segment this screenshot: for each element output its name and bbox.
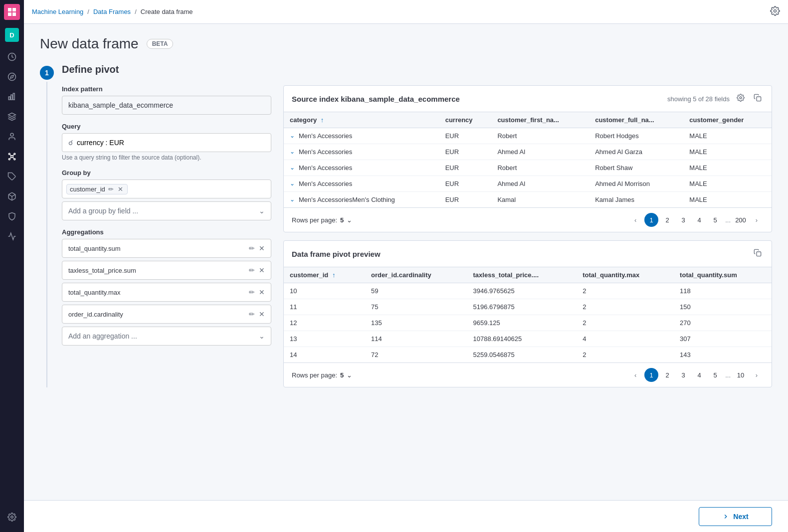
pivot-table-copy-button[interactable]: [752, 248, 764, 260]
nav-icon-settings[interactable]: [3, 508, 21, 526]
source-page-2[interactable]: 2: [660, 213, 674, 227]
agg-tag-2-text: total_quantity.max: [68, 289, 121, 296]
group-by-edit-button[interactable]: ✏: [107, 185, 115, 193]
source-page-ellipsis: ...: [724, 216, 732, 224]
source-prev-page[interactable]: ‹: [628, 213, 642, 227]
chevron-down-icon: ⌄: [259, 207, 265, 215]
nav-icon-clock[interactable]: [3, 48, 21, 66]
svg-marker-2: [10, 75, 13, 78]
pivot-cell-customerid-0: 10: [284, 283, 365, 299]
nav-icon-package[interactable]: [3, 187, 21, 205]
agg-tag-1-edit[interactable]: ✏: [249, 266, 255, 274]
query-input[interactable]: [77, 139, 265, 147]
query-input-wrapper[interactable]: ☌: [62, 133, 271, 152]
source-col-full-name[interactable]: customer_full_na...: [589, 112, 683, 128]
source-cell-gender-0: MALE: [683, 128, 772, 144]
agg-tag-0-remove[interactable]: ✕: [259, 244, 265, 252]
pivot-cell-qtysum-2: 270: [674, 315, 772, 331]
source-expand-btn-0[interactable]: ⌄: [290, 132, 297, 139]
agg-tag-1-actions: ✏ ✕: [249, 266, 265, 274]
source-expand-btn-3[interactable]: ⌄: [290, 180, 297, 187]
pivot-table-row: 10 59 3946.9765625 2 118: [284, 283, 772, 299]
pivot-col-price[interactable]: taxless_total_price....: [467, 267, 577, 283]
index-pattern-value: kibana_sample_data_ecommerce: [62, 96, 271, 115]
pivot-col-customer-id[interactable]: customer_id ↑: [284, 267, 365, 283]
group-by-add-field[interactable]: Add a group by field ... ⌄: [62, 201, 271, 220]
group-by-remove-button[interactable]: ✕: [117, 185, 124, 193]
nav-icon-activity[interactable]: [3, 227, 21, 245]
pivot-prev-page[interactable]: ‹: [628, 368, 642, 382]
source-col-first-name[interactable]: customer_first_na...: [491, 112, 589, 128]
source-table-copy-button[interactable]: [752, 93, 764, 105]
source-page-4[interactable]: 4: [692, 213, 706, 227]
pivot-col-qty-max[interactable]: total_quantity.max: [577, 267, 674, 283]
pivot-next-page[interactable]: ›: [750, 368, 764, 382]
source-table-row: ⌄ Men's AccessoriesMen's Clothing EUR Ka…: [284, 192, 772, 208]
source-cell-firstname-3: Ahmed Al: [491, 176, 589, 192]
source-expand-btn-1[interactable]: ⌄: [290, 148, 297, 155]
agg-tag-0-edit[interactable]: ✏: [249, 244, 255, 252]
nav-icon-layers[interactable]: [3, 108, 21, 126]
nav-icon-compass[interactable]: [3, 68, 21, 86]
source-page-3[interactable]: 3: [676, 213, 690, 227]
source-cell-currency-3: EUR: [439, 176, 492, 192]
source-next-page[interactable]: ›: [750, 213, 764, 227]
pivot-page-5[interactable]: 5: [708, 368, 722, 382]
pivot-col-cardinality[interactable]: order_id.cardinality: [365, 267, 467, 283]
settings-icon[interactable]: [770, 6, 780, 16]
pivot-page-3[interactable]: 3: [676, 368, 690, 382]
agg-tag-2-edit[interactable]: ✏: [249, 288, 255, 296]
pivot-col-qty-sum[interactable]: total_quantity.sum: [674, 267, 772, 283]
source-cell-firstname-1: Ahmed Al: [491, 144, 589, 160]
source-expand-btn-2[interactable]: ⌄: [290, 164, 297, 171]
next-button[interactable]: Next: [699, 507, 772, 526]
add-aggregation-placeholder: Add an aggregation ...: [68, 332, 137, 340]
breadcrumb-ml[interactable]: Machine Learning: [32, 8, 83, 15]
source-table-settings-button[interactable]: [735, 93, 747, 105]
source-page-nav: ‹ 1 2 3 4 5 ... 200 ›: [628, 213, 764, 227]
svg-point-10: [14, 153, 15, 155]
svg-rect-22: [757, 97, 761, 101]
agg-tag-2: total_quantity.max ✏ ✕: [62, 283, 271, 302]
svg-line-13: [10, 155, 11, 156]
source-table-showing: showing 5 of 28 fields: [667, 95, 730, 103]
nav-icon-ml[interactable]: [3, 148, 21, 166]
agg-tag-1-remove[interactable]: ✕: [259, 266, 265, 274]
pivot-page-4[interactable]: 4: [692, 368, 706, 382]
source-col-category[interactable]: category ↑: [284, 112, 439, 128]
source-page-5[interactable]: 5: [708, 213, 722, 227]
pivot-table-row: 14 72 5259.0546875 2 143: [284, 347, 772, 363]
nav-icon-shield[interactable]: [3, 207, 21, 225]
group-by-field[interactable]: customer_id ✏ ✕: [62, 179, 271, 198]
group-by-label: Group by: [62, 169, 271, 177]
pivot-cell-qtymax-4: 2: [577, 347, 674, 363]
add-aggregation-field[interactable]: Add an aggregation ... ⌄: [62, 327, 271, 346]
breadcrumb-dataframes[interactable]: Data Frames: [93, 8, 131, 15]
source-col-currency[interactable]: currency: [439, 112, 492, 128]
source-page-1[interactable]: 1: [644, 213, 658, 227]
top-bar: Machine Learning / Data Frames / Create …: [24, 0, 788, 24]
chevron-down-agg-icon: ⌄: [259, 332, 265, 340]
pivot-page-1[interactable]: 1: [644, 368, 658, 382]
nav-icon-person[interactable]: [3, 128, 21, 146]
query-hint: Use a query string to filter the source …: [62, 154, 271, 161]
pivot-page-2[interactable]: 2: [660, 368, 674, 382]
breadcrumb-sep-1: /: [87, 8, 89, 15]
source-col-gender[interactable]: customer_gender: [683, 112, 772, 128]
pivot-page-10[interactable]: 10: [734, 368, 748, 382]
nav-icon-chart[interactable]: [3, 88, 21, 106]
agg-tag-2-remove[interactable]: ✕: [259, 288, 265, 296]
pivot-cell-cardinality-1: 75: [365, 299, 467, 315]
agg-tag-3: order_id.cardinality ✏ ✕: [62, 305, 271, 324]
index-pattern-label: Index pattern: [62, 85, 271, 93]
nav-icon-tag[interactable]: [3, 168, 21, 185]
pivot-cell-cardinality-4: 72: [365, 347, 467, 363]
agg-tag-3-edit[interactable]: ✏: [249, 310, 255, 318]
source-expand-btn-4[interactable]: ⌄: [290, 196, 297, 203]
index-pattern-group: Index pattern kibana_sample_data_ecommer…: [62, 85, 271, 115]
pivot-rows-per-page[interactable]: Rows per page: 5 ⌄: [292, 371, 352, 379]
source-rows-per-page[interactable]: Rows per page: 5 ⌄: [292, 216, 352, 224]
user-avatar[interactable]: D: [5, 28, 19, 42]
source-page-200[interactable]: 200: [734, 213, 748, 227]
agg-tag-3-remove[interactable]: ✕: [259, 310, 265, 318]
